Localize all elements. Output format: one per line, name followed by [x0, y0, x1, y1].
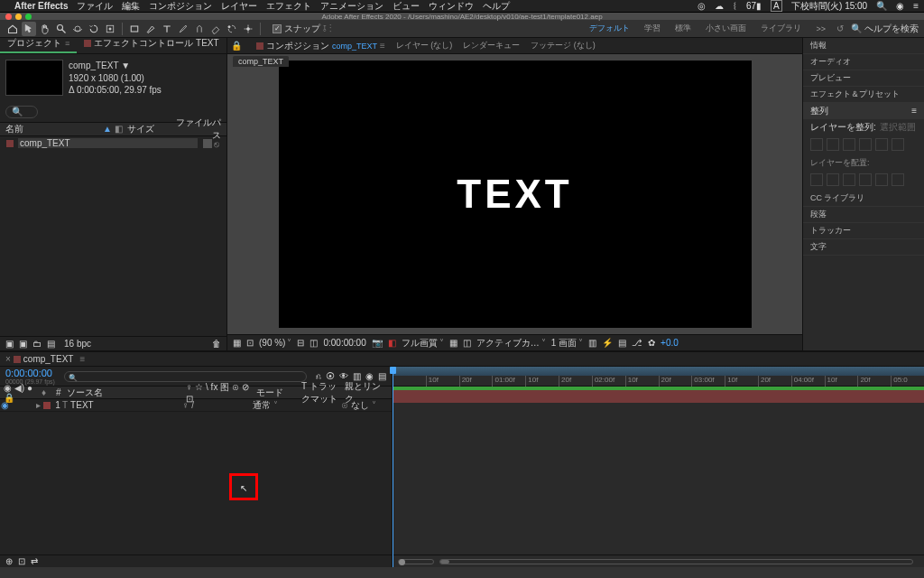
align-target-dropdown[interactable]: 選択範囲: [880, 121, 916, 134]
spotlight-icon[interactable]: 🔍: [876, 1, 887, 11]
viewer-tab-footage[interactable]: フッテージ (なし): [531, 40, 596, 51]
home-tool[interactable]: [5, 22, 20, 36]
toggle-switches-icon[interactable]: ⊕: [5, 556, 13, 566]
workspace-reset-icon[interactable]: ↺: [836, 23, 844, 33]
dist-top-icon[interactable]: [810, 173, 823, 186]
help-search-label[interactable]: ヘルプを検索: [864, 23, 919, 35]
workspace-more[interactable]: >>: [812, 23, 829, 35]
panel-cclibraries[interactable]: CC ライブラリ: [803, 191, 924, 207]
menu-help[interactable]: ヘルプ: [483, 0, 510, 13]
snap-checkbox[interactable]: ✓: [273, 24, 282, 33]
menu-layer[interactable]: レイヤー: [221, 0, 257, 13]
new-folder-icon[interactable]: 🗀: [32, 339, 42, 349]
timeline-lock-icon[interactable]: ×: [5, 354, 11, 364]
col-name[interactable]: 名前: [5, 123, 103, 135]
layer-twirl-icon[interactable]: ▸: [36, 400, 41, 410]
orbit-tool[interactable]: [70, 22, 85, 36]
panel-character[interactable]: 文字: [803, 239, 924, 256]
project-item-label[interactable]: [203, 139, 212, 148]
views-dropdown[interactable]: 1 画面: [551, 337, 583, 350]
snap-options-icon[interactable]: ⫱ ⋮: [323, 23, 332, 34]
exposure-reset-icon[interactable]: ✿: [648, 338, 655, 348]
panel-preview[interactable]: プレビュー: [803, 70, 924, 87]
rotation-tool[interactable]: [87, 22, 101, 36]
brush-tool[interactable]: [176, 22, 190, 36]
new-comp-icon[interactable]: ▣: [19, 339, 27, 349]
align-left-icon[interactable]: [810, 138, 823, 151]
viewer-lock-icon[interactable]: 🔒: [231, 41, 242, 51]
project-settings-icon[interactable]: ▤: [47, 339, 55, 349]
align-bottom-icon[interactable]: [892, 138, 904, 151]
pen-tool[interactable]: [143, 22, 158, 36]
time-ruler[interactable]: 10f20f01:00f10f20f02:00f10f20f03:00f10f2…: [393, 376, 924, 387]
snapshot-icon[interactable]: 📷: [372, 338, 383, 348]
interpret-footage-icon[interactable]: ▣: [5, 339, 14, 349]
menu-edit[interactable]: 編集: [122, 0, 140, 13]
viewer-tab-comp[interactable]: コンポジションcomp_TEXT≡: [256, 40, 385, 52]
layer-bar[interactable]: [393, 390, 924, 403]
workspace-standard[interactable]: 標準: [671, 21, 695, 36]
channel-icon[interactable]: ⊡: [246, 338, 254, 348]
mask-icon[interactable]: ◫: [463, 338, 471, 348]
dist-left-icon[interactable]: [859, 173, 872, 186]
current-timecode[interactable]: 0:00:00:00: [5, 368, 55, 378]
traffic-close[interactable]: [5, 14, 12, 20]
status-input-lang[interactable]: A: [771, 0, 782, 12]
camera-dropdown[interactable]: アクティブカ…: [476, 337, 546, 350]
menu-view[interactable]: ビュー: [393, 0, 420, 13]
transparency-grid-icon[interactable]: ▦: [449, 338, 457, 348]
menu-animation[interactable]: アニメーション: [320, 0, 383, 13]
resolution-dropdown[interactable]: フル画質: [402, 337, 444, 350]
composition-canvas[interactable]: TEXT: [279, 61, 752, 328]
workspace-learn[interactable]: 学習: [641, 21, 664, 36]
eraser-tool[interactable]: [208, 22, 223, 36]
traffic-minimize[interactable]: [15, 14, 22, 20]
time-navigator[interactable]: [393, 367, 924, 376]
rectangle-tool[interactable]: [127, 22, 142, 36]
align-top-icon[interactable]: [859, 138, 872, 151]
timeline-scrollbar[interactable]: [439, 559, 913, 564]
pixel-aspect-icon[interactable]: ▥: [588, 338, 596, 348]
dist-right-icon[interactable]: [892, 173, 904, 186]
menu-composition[interactable]: コンポジション: [149, 0, 212, 13]
traffic-zoom[interactable]: [25, 14, 32, 20]
toggle-modes-icon[interactable]: ⊡: [18, 556, 25, 566]
effect-controls-tab[interactable]: エフェクトコントロール TEXT: [77, 35, 226, 53]
align-hcenter-icon[interactable]: [827, 138, 839, 151]
panel-effects-presets[interactable]: エフェクト＆プリセット: [803, 87, 924, 103]
resolution-icon[interactable]: ⊟: [297, 338, 304, 348]
viewer-tab-renderqueue[interactable]: レンダーキュー: [463, 40, 520, 51]
layer-name[interactable]: TEXT: [70, 400, 182, 410]
align-right-icon[interactable]: [843, 138, 855, 151]
align-vcenter-icon[interactable]: [875, 138, 888, 151]
col-label-icon[interactable]: ◧: [115, 124, 123, 134]
clone-tool[interactable]: [192, 22, 207, 36]
workspace-small[interactable]: 小さい画面: [702, 21, 750, 36]
trash-icon[interactable]: 🗑: [212, 339, 221, 349]
siri-icon[interactable]: ◉: [896, 1, 904, 11]
panel-paragraph[interactable]: 段落: [803, 207, 924, 223]
anchor-tool[interactable]: [103, 22, 117, 36]
project-item-row[interactable]: comp_TEXT ⎋: [0, 136, 226, 151]
layer-label-swatch[interactable]: [43, 402, 51, 409]
panel-align[interactable]: 整列≡: [803, 103, 924, 119]
viewer-breadcrumb[interactable]: comp_TEXT: [233, 56, 289, 67]
magnification-icon[interactable]: ▦: [233, 338, 241, 348]
layer-visibility-icon[interactable]: ◉: [0, 400, 9, 410]
dist-vcenter-icon[interactable]: [827, 173, 839, 186]
zoom-dropdown[interactable]: (90 %): [259, 338, 291, 348]
comp-flowchart-icon[interactable]: ⎇: [632, 338, 642, 348]
mode-header[interactable]: モード: [253, 387, 298, 399]
viewer-timecode[interactable]: 0:00:00:00: [323, 338, 365, 348]
workspace-default[interactable]: デフォルト: [586, 21, 633, 36]
menu-window[interactable]: ウィンドウ: [429, 0, 474, 13]
playhead[interactable]: [393, 367, 393, 567]
panel-info[interactable]: 情報: [803, 38, 924, 54]
source-name-header[interactable]: ソース名: [63, 387, 182, 399]
roto-tool[interactable]: [225, 22, 239, 36]
timeline-ruler-area[interactable]: 10f20f01:00f10f20f02:00f10f20f03:00f10f2…: [393, 367, 924, 567]
workspace-library[interactable]: ライブラリ: [757, 21, 805, 36]
show-channel-icon[interactable]: ◧: [388, 338, 396, 348]
type-tool[interactable]: [160, 22, 174, 36]
layer-search[interactable]: 🔍: [64, 371, 307, 382]
